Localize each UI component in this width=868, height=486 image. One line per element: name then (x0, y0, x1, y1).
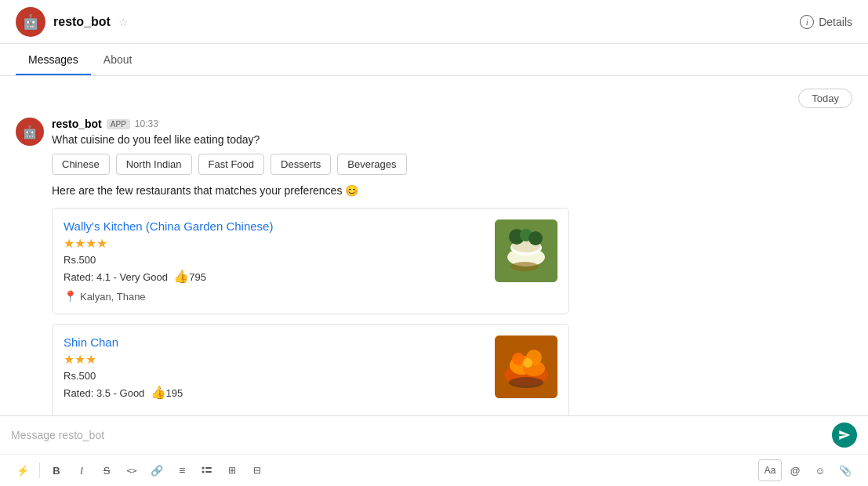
toolbar-indent[interactable]: ⊞ (220, 459, 244, 481)
tabs-bar: Messages About (0, 44, 868, 76)
card-info-2: Shin Chan ★★★ Rs.500 Rated: 3.5 - Good 👍… (64, 335, 485, 406)
toolbar-ordered-list[interactable]: ≡ (170, 459, 194, 481)
svg-point-7 (510, 262, 539, 271)
star-icon[interactable]: ☆ (118, 16, 129, 28)
toolbar-lightning[interactable]: ⚡ (11, 459, 35, 481)
chat-area: Today 🤖 resto_bot APP 10:33 What cuisine… (0, 76, 868, 415)
send-icon (838, 429, 851, 441)
svg-point-15 (509, 377, 543, 388)
toolbar-link[interactable]: 🔗 (145, 459, 169, 481)
svg-rect-17 (205, 467, 212, 469)
card-info-1: Wally's Kitchen (China Garden Chinese) ★… (64, 219, 485, 303)
details-button[interactable]: i Details (800, 15, 852, 29)
card-rating-1: Rated: 4.1 - Very Good 👍795 (64, 269, 485, 284)
bot-msg-content: resto_bot APP 10:33 What cuisine do you … (52, 118, 852, 415)
header-left: 🤖 resto_bot ☆ (16, 7, 129, 37)
pin-icon-1: 📍 (64, 290, 77, 303)
toolbar-right: Aa @ ☺ 📎 (758, 459, 857, 481)
card-location-1: 📍 Kalyan, Thane (64, 290, 485, 303)
card-stars-2: ★★★ (64, 352, 485, 367)
info-icon: i (800, 15, 814, 29)
cuisine-buttons: Chinese North Indian Fast Food Desserts … (52, 154, 852, 175)
toolbar-code[interactable]: <> (120, 459, 143, 481)
restaurant-name-2[interactable]: Shin Chan (64, 335, 485, 349)
send-button[interactable] (832, 423, 857, 448)
svg-point-16 (202, 467, 205, 470)
bot-avatar: 🤖 (16, 7, 45, 37)
toolbar-mention[interactable]: @ (783, 459, 807, 481)
svg-point-18 (202, 471, 205, 473)
bot-msg-avatar: 🤖 (16, 118, 44, 146)
today-pill: Today (798, 89, 852, 108)
cuisine-btn-north-indian[interactable]: North Indian (116, 154, 192, 175)
restaurant-card-2: Shin Chan ★★★ Rs.500 Rated: 3.5 - Good 👍… (52, 324, 569, 415)
toolbar-italic[interactable]: I (70, 459, 93, 481)
today-badge-container: Today (16, 89, 852, 108)
cuisine-btn-beverages[interactable]: Beverages (337, 154, 406, 175)
toolbar-strikethrough[interactable]: S (95, 459, 118, 481)
toolbar-unordered-list[interactable] (195, 459, 219, 481)
app-badge: APP (107, 119, 130, 129)
card-price-1: Rs.500 (64, 254, 485, 266)
restaurant-card-1: Wally's Kitchen (China Garden Chinese) ★… (52, 208, 569, 314)
svg-point-6 (528, 231, 543, 245)
svg-point-12 (512, 353, 525, 365)
thumb-icon-2: 👍 (151, 386, 166, 399)
header: 🤖 resto_bot ☆ i Details (0, 0, 868, 44)
bot-greeting: What cuisine do you feel like eating tod… (52, 133, 852, 146)
card-stars-1: ★★★★ (64, 236, 485, 251)
toolbar-bold[interactable]: B (45, 459, 68, 481)
tab-about[interactable]: About (91, 44, 145, 75)
bot-message: 🤖 resto_bot APP 10:33 What cuisine do yo… (16, 118, 852, 415)
restaurant-image-2 (495, 335, 557, 398)
cuisine-btn-desserts[interactable]: Desserts (271, 154, 331, 175)
toolbar-aa-button[interactable]: Aa (758, 459, 782, 481)
message-input-row (0, 416, 868, 454)
svg-point-14 (523, 358, 532, 368)
card-price-2: Rs.500 (64, 370, 485, 382)
thumb-icon-1: 👍 (173, 270, 189, 283)
bot-msg-name: resto_bot (52, 118, 102, 130)
matches-text: Here are the few restaurants that matche… (52, 184, 852, 197)
card-rating-2: Rated: 3.5 - Good 👍195 (64, 385, 485, 400)
bot-name: resto_bot (53, 15, 111, 29)
bot-msg-header: resto_bot APP 10:33 (52, 118, 852, 130)
cuisine-btn-fast-food[interactable]: Fast Food (198, 154, 265, 175)
restaurant-image-1 (495, 219, 557, 282)
details-label: Details (819, 16, 852, 28)
toolbar-emoji[interactable]: ☺ (808, 459, 832, 481)
input-area: ⚡ B I S <> 🔗 ≡ ⊞ ⊟ Aa @ ☺ 📎 (0, 415, 868, 486)
toolbar-divider-1 (39, 462, 40, 478)
message-input[interactable] (11, 429, 826, 441)
tab-messages[interactable]: Messages (16, 44, 91, 75)
bot-msg-time: 10:33 (135, 118, 158, 129)
toolbar-attach[interactable]: 📎 (833, 459, 857, 481)
cuisine-btn-chinese[interactable]: Chinese (52, 154, 110, 175)
svg-rect-19 (205, 471, 212, 473)
toolbar-table[interactable]: ⊟ (245, 459, 269, 481)
toolbar-row: ⚡ B I S <> 🔗 ≡ ⊞ ⊟ Aa @ ☺ 📎 (0, 454, 868, 486)
restaurant-name-1[interactable]: Wally's Kitchen (China Garden Chinese) (64, 219, 485, 233)
